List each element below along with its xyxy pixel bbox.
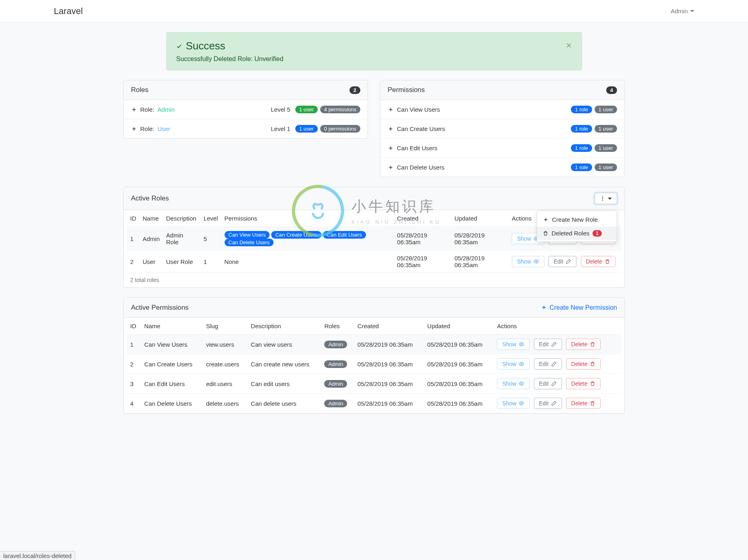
navbar: Laravel Admin	[0, 0, 748, 22]
show-button[interactable]: Show	[497, 398, 529, 409]
permissions-card-title: Permissions	[388, 86, 425, 94]
trash-icon	[590, 341, 595, 347]
edit-button[interactable]: Edit	[534, 339, 562, 350]
alert-title-text: Success	[186, 40, 225, 52]
eye-icon	[519, 401, 524, 406]
roles-card-title: Roles	[131, 86, 148, 94]
edit-button[interactable]: Edit	[548, 256, 576, 267]
perm-count-pill: 0 permissions	[320, 125, 360, 133]
edit-button[interactable]: Edit	[534, 398, 562, 409]
active-permissions-table: IDNameSlugDescriptionRolesCreatedUpdated…	[127, 318, 621, 413]
alert-close-button[interactable]	[566, 40, 572, 51]
role-pill: Admin	[324, 400, 347, 407]
permission-item[interactable]: ＋ Can Delete Users 1 role 1 user	[380, 158, 624, 177]
check-icon	[176, 43, 182, 49]
svg-point-2	[602, 196, 603, 197]
column-header: Permissions	[221, 210, 394, 227]
roles-actions-dropdown-button[interactable]	[595, 193, 617, 204]
svg-point-3	[602, 198, 603, 199]
plus-icon: ＋	[388, 106, 394, 113]
role-pill: Admin	[324, 341, 347, 348]
pencil-icon	[551, 401, 557, 406]
table-row: 1 Can View Users view.users Can view use…	[127, 335, 621, 354]
table-row: 4 Can Delete Users delete.users Can dele…	[127, 394, 621, 413]
show-button[interactable]: Show	[497, 378, 529, 389]
role-count-pill: 1 role	[571, 125, 592, 133]
permission-item[interactable]: ＋ Can Create Users 1 role 1 user	[380, 119, 624, 139]
role-link[interactable]: User	[157, 125, 170, 132]
delete-button[interactable]: Delete	[566, 358, 601, 370]
pencil-icon	[551, 341, 557, 347]
role-link[interactable]: Admin	[157, 106, 175, 113]
delete-button[interactable]: Delete	[581, 256, 615, 267]
column-header: Level	[200, 210, 221, 227]
plus-icon: ＋	[543, 216, 549, 223]
plus-icon: ＋	[541, 303, 547, 312]
user-count-pill: 1 user	[295, 125, 318, 133]
brand[interactable]: Laravel	[10, 6, 83, 16]
show-button[interactable]: Show	[497, 358, 529, 370]
svg-point-8	[521, 363, 523, 365]
user-count-pill: 1 user	[595, 144, 617, 152]
edit-button[interactable]: Edit	[534, 358, 562, 370]
deleted-count-badge: 1	[593, 230, 602, 237]
active-permissions-title: Active Permissions	[131, 304, 189, 312]
svg-point-9	[521, 383, 523, 384]
create-new-permission-link[interactable]: ＋ Create New Permission	[541, 303, 617, 312]
permission-item[interactable]: ＋ Can View Users 1 role 1 user	[380, 100, 624, 119]
edit-button[interactable]: Edit	[534, 378, 562, 389]
plus-icon: ＋	[388, 125, 394, 133]
caret-down-icon	[690, 10, 694, 12]
trash-icon	[605, 259, 610, 264]
svg-point-4	[602, 200, 603, 200]
eye-icon	[519, 381, 524, 386]
svg-point-10	[521, 403, 523, 404]
permission-pill: Can Create Users	[271, 231, 321, 239]
active-permissions-card: Active Permissions ＋ Create New Permissi…	[123, 297, 625, 414]
permissions-card: Permissions 4 ＋ Can View Users 1 role 1 …	[380, 80, 625, 177]
roles-count-badge: 2	[349, 86, 360, 94]
user-name: Admin	[670, 8, 688, 14]
column-header: Updated	[451, 210, 509, 227]
role-count-pill: 1 role	[571, 144, 592, 152]
eye-icon	[519, 341, 524, 347]
table-row: 2 User User Role 1 None 05/28/2019 06:35…	[127, 251, 621, 273]
table-row: 2 Can Create Users create.users Can crea…	[127, 354, 621, 374]
user-menu[interactable]: Admin	[670, 8, 738, 14]
create-new-role-item[interactable]: ＋ Create New Role	[537, 213, 617, 227]
permission-item[interactable]: ＋ Can Edit Users 1 role 1 user	[380, 139, 624, 158]
pencil-icon	[551, 381, 557, 386]
column-header: Description	[163, 210, 200, 227]
permission-pill: Can Delete Users	[225, 239, 274, 246]
permission-name: Can Edit Users	[397, 145, 437, 151]
show-button[interactable]: Show	[512, 256, 544, 267]
delete-button[interactable]: Delete	[566, 398, 601, 409]
svg-point-7	[521, 343, 523, 345]
delete-button[interactable]: Delete	[566, 378, 601, 389]
role-count-pill: 1 role	[571, 106, 592, 113]
roles-dropdown-menu: ＋ Create New Role Deleted Roles 1	[537, 211, 617, 242]
column-header: Roles	[321, 318, 354, 335]
show-button[interactable]: Show	[497, 339, 529, 350]
trash-icon	[590, 401, 595, 406]
active-roles-title: Active Roles	[131, 194, 169, 202]
plus-icon: ＋	[388, 144, 394, 152]
role-item[interactable]: ＋ Role: User Level 1 1 user 0 permission…	[124, 119, 368, 138]
column-header: Description	[247, 318, 321, 335]
role-count-pill: 1 role	[571, 164, 592, 171]
user-count-pill: 1 user	[595, 106, 617, 113]
table-row: 3 Can Edit Users edit.users Can edit use…	[127, 374, 621, 394]
column-header: Name	[141, 318, 203, 335]
pencil-icon	[551, 361, 557, 367]
deleted-roles-item[interactable]: Deleted Roles 1	[537, 227, 617, 240]
user-count-pill: 1 user	[595, 164, 617, 171]
close-icon	[566, 42, 572, 49]
permission-name: Can View Users	[397, 106, 440, 113]
column-header: Created	[394, 210, 451, 227]
permissions-count-badge: 4	[606, 86, 617, 94]
delete-button[interactable]: Delete	[566, 339, 601, 350]
role-item[interactable]: ＋ Role: Admin Level 5 1 user 4 permissio…	[124, 100, 368, 119]
column-header: Name	[139, 210, 163, 227]
svg-point-6	[535, 261, 537, 262]
success-alert: Success Successfully Deleted Role: Unver…	[166, 32, 582, 70]
